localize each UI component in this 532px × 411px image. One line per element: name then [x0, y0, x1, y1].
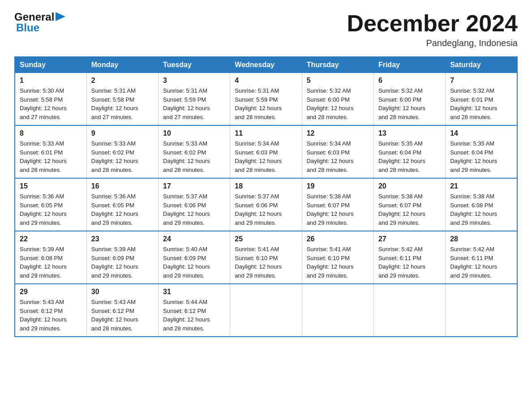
calendar-cell: 29 Sunrise: 5:43 AMSunset: 6:12 PMDaylig… [15, 284, 86, 337]
day-info: Sunrise: 5:36 AMSunset: 6:05 PMDaylight:… [20, 193, 67, 226]
day-number: 12 [307, 129, 369, 137]
day-number: 20 [378, 182, 441, 190]
day-info: Sunrise: 5:35 AMSunset: 6:04 PMDaylight:… [450, 140, 497, 173]
logo-blue-text: Blue [16, 21, 65, 34]
day-number: 16 [91, 182, 154, 190]
day-number: 3 [163, 77, 225, 85]
col-header-friday: Friday [373, 57, 445, 73]
col-header-tuesday: Tuesday [159, 57, 230, 73]
day-info: Sunrise: 5:43 AMSunset: 6:12 PMDaylight:… [20, 299, 67, 332]
day-info: Sunrise: 5:34 AMSunset: 6:03 PMDaylight:… [235, 140, 282, 173]
col-header-saturday: Saturday [446, 57, 517, 73]
day-info: Sunrise: 5:42 AMSunset: 6:11 PMDaylight:… [450, 246, 497, 279]
day-number: 23 [91, 235, 154, 243]
day-number: 17 [163, 182, 225, 190]
day-info: Sunrise: 5:33 AMSunset: 6:01 PMDaylight:… [20, 140, 67, 173]
day-info: Sunrise: 5:33 AMSunset: 6:02 PMDaylight:… [91, 140, 138, 173]
calendar-cell: 28 Sunrise: 5:42 AMSunset: 6:11 PMDaylig… [446, 231, 517, 284]
day-number: 30 [91, 288, 154, 296]
day-info: Sunrise: 5:42 AMSunset: 6:11 PMDaylight:… [378, 246, 425, 279]
calendar-table: SundayMondayTuesdayWednesdayThursdayFrid… [14, 56, 518, 337]
day-info: Sunrise: 5:31 AMSunset: 5:59 PMDaylight:… [163, 87, 210, 120]
day-number: 21 [450, 182, 512, 190]
calendar-cell: 3 Sunrise: 5:31 AMSunset: 5:59 PMDayligh… [159, 73, 230, 126]
col-header-monday: Monday [86, 57, 158, 73]
day-number: 11 [235, 129, 297, 137]
day-info: Sunrise: 5:38 AMSunset: 6:08 PMDaylight:… [450, 193, 497, 226]
calendar-cell: 20 Sunrise: 5:38 AMSunset: 6:07 PMDaylig… [373, 178, 445, 231]
day-number: 15 [20, 182, 82, 190]
logo-arrow-icon [56, 12, 65, 21]
day-info: Sunrise: 5:39 AMSunset: 6:08 PMDaylight:… [20, 246, 67, 279]
calendar-cell: 5 Sunrise: 5:32 AMSunset: 6:00 PMDayligh… [302, 73, 373, 126]
day-info: Sunrise: 5:38 AMSunset: 6:07 PMDaylight:… [378, 193, 425, 226]
calendar-week-3: 15 Sunrise: 5:36 AMSunset: 6:05 PMDaylig… [15, 178, 517, 231]
day-info: Sunrise: 5:32 AMSunset: 6:01 PMDaylight:… [450, 87, 497, 120]
calendar-cell: 8 Sunrise: 5:33 AMSunset: 6:01 PMDayligh… [15, 125, 86, 178]
calendar-cell: 31 Sunrise: 5:44 AMSunset: 6:12 PMDaylig… [159, 284, 230, 337]
day-number: 22 [20, 235, 82, 243]
calendar-cell [446, 284, 517, 337]
month-title: December 2024 [347, 11, 518, 36]
day-number: 6 [378, 77, 441, 85]
calendar-cell: 1 Sunrise: 5:30 AMSunset: 5:58 PMDayligh… [15, 73, 86, 126]
col-header-wednesday: Wednesday [230, 57, 302, 73]
calendar-cell: 4 Sunrise: 5:31 AMSunset: 5:59 PMDayligh… [230, 73, 302, 126]
calendar-cell: 9 Sunrise: 5:33 AMSunset: 6:02 PMDayligh… [86, 125, 158, 178]
day-number: 2 [91, 77, 154, 85]
day-info: Sunrise: 5:40 AMSunset: 6:09 PMDaylight:… [163, 246, 210, 279]
calendar-cell: 2 Sunrise: 5:31 AMSunset: 5:58 PMDayligh… [86, 73, 158, 126]
day-info: Sunrise: 5:36 AMSunset: 6:05 PMDaylight:… [91, 193, 138, 226]
day-info: Sunrise: 5:43 AMSunset: 6:12 PMDaylight:… [91, 299, 138, 332]
calendar-week-4: 22 Sunrise: 5:39 AMSunset: 6:08 PMDaylig… [15, 231, 517, 284]
logo: General Blue [14, 11, 65, 34]
calendar-cell: 22 Sunrise: 5:39 AMSunset: 6:08 PMDaylig… [15, 231, 86, 284]
page-header: General Blue December 2024 Pandeglang, I… [14, 11, 518, 48]
day-info: Sunrise: 5:32 AMSunset: 6:00 PMDaylight:… [378, 87, 425, 120]
day-number: 24 [163, 235, 225, 243]
day-info: Sunrise: 5:30 AMSunset: 5:58 PMDaylight:… [20, 87, 67, 120]
calendar-cell: 15 Sunrise: 5:36 AMSunset: 6:05 PMDaylig… [15, 178, 86, 231]
calendar-cell: 27 Sunrise: 5:42 AMSunset: 6:11 PMDaylig… [373, 231, 445, 284]
day-number: 9 [91, 129, 154, 137]
calendar-cell: 24 Sunrise: 5:40 AMSunset: 6:09 PMDaylig… [159, 231, 230, 284]
calendar-cell: 7 Sunrise: 5:32 AMSunset: 6:01 PMDayligh… [446, 73, 517, 126]
calendar-cell: 25 Sunrise: 5:41 AMSunset: 6:10 PMDaylig… [230, 231, 302, 284]
calendar-cell: 26 Sunrise: 5:41 AMSunset: 6:10 PMDaylig… [302, 231, 373, 284]
calendar-week-1: 1 Sunrise: 5:30 AMSunset: 5:58 PMDayligh… [15, 73, 517, 126]
svg-marker-0 [56, 12, 65, 21]
day-number: 13 [378, 129, 441, 137]
day-number: 1 [20, 77, 82, 85]
day-number: 29 [20, 288, 82, 296]
day-info: Sunrise: 5:31 AMSunset: 5:58 PMDaylight:… [91, 87, 138, 120]
calendar-cell [373, 284, 445, 337]
day-info: Sunrise: 5:39 AMSunset: 6:09 PMDaylight:… [91, 246, 138, 279]
calendar-cell: 16 Sunrise: 5:36 AMSunset: 6:05 PMDaylig… [86, 178, 158, 231]
calendar-cell: 30 Sunrise: 5:43 AMSunset: 6:12 PMDaylig… [86, 284, 158, 337]
day-number: 14 [450, 129, 512, 137]
calendar-week-2: 8 Sunrise: 5:33 AMSunset: 6:01 PMDayligh… [15, 125, 517, 178]
day-info: Sunrise: 5:44 AMSunset: 6:12 PMDaylight:… [163, 299, 210, 332]
day-info: Sunrise: 5:32 AMSunset: 6:00 PMDaylight:… [307, 87, 354, 120]
calendar-cell: 12 Sunrise: 5:34 AMSunset: 6:03 PMDaylig… [302, 125, 373, 178]
calendar-cell: 18 Sunrise: 5:37 AMSunset: 6:06 PMDaylig… [230, 178, 302, 231]
day-number: 25 [235, 235, 297, 243]
calendar-cell: 21 Sunrise: 5:38 AMSunset: 6:08 PMDaylig… [446, 178, 517, 231]
day-number: 18 [235, 182, 297, 190]
calendar-cell: 17 Sunrise: 5:37 AMSunset: 6:06 PMDaylig… [159, 178, 230, 231]
day-info: Sunrise: 5:33 AMSunset: 6:02 PMDaylight:… [163, 140, 210, 173]
day-info: Sunrise: 5:38 AMSunset: 6:07 PMDaylight:… [307, 193, 354, 226]
day-info: Sunrise: 5:34 AMSunset: 6:03 PMDaylight:… [307, 140, 354, 173]
calendar-header-row: SundayMondayTuesdayWednesdayThursdayFrid… [15, 57, 517, 73]
calendar-week-5: 29 Sunrise: 5:43 AMSunset: 6:12 PMDaylig… [15, 284, 517, 337]
day-number: 27 [378, 235, 441, 243]
day-info: Sunrise: 5:37 AMSunset: 6:06 PMDaylight:… [163, 193, 210, 226]
day-info: Sunrise: 5:31 AMSunset: 5:59 PMDaylight:… [235, 87, 282, 120]
day-info: Sunrise: 5:35 AMSunset: 6:04 PMDaylight:… [378, 140, 425, 173]
day-number: 4 [235, 77, 297, 85]
calendar-cell: 23 Sunrise: 5:39 AMSunset: 6:09 PMDaylig… [86, 231, 158, 284]
day-number: 10 [163, 129, 225, 137]
day-number: 7 [450, 77, 512, 85]
calendar-cell: 13 Sunrise: 5:35 AMSunset: 6:04 PMDaylig… [373, 125, 445, 178]
day-number: 28 [450, 235, 512, 243]
